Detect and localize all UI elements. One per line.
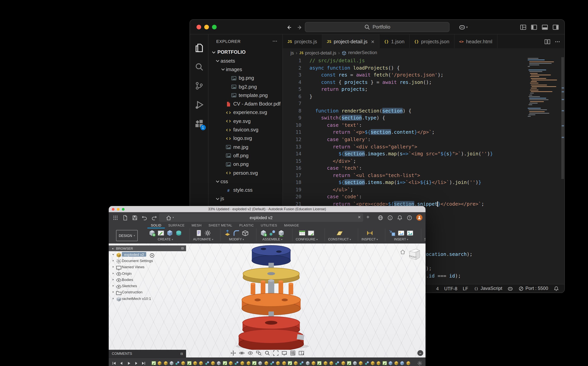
search-activity-button[interactable] bbox=[190, 57, 208, 76]
orbit-nav-icon[interactable] bbox=[239, 349, 244, 356]
caret-right-icon[interactable] bbox=[111, 259, 116, 262]
ribbon-tab-mesh[interactable]: MESH bbox=[188, 223, 205, 229]
primitive-tool-icon[interactable] bbox=[166, 229, 174, 237]
timeline-feature-sk[interactable] bbox=[347, 361, 352, 366]
timeline-feature-ext[interactable] bbox=[341, 361, 346, 366]
breadcrumb[interactable]: js›JSproject-detail.js›renderSection bbox=[283, 48, 564, 57]
timeline-feature-sk[interactable] bbox=[252, 361, 257, 366]
timeline-feature-ext[interactable] bbox=[199, 361, 204, 366]
search-nav-icon[interactable] bbox=[264, 349, 270, 356]
close-document-icon[interactable]: × bbox=[358, 214, 361, 220]
home-view-icon[interactable] bbox=[400, 249, 406, 255]
panel-bottom-icon[interactable] bbox=[541, 23, 548, 31]
editor-tab-1-json[interactable]: {}1.json bbox=[379, 34, 410, 48]
timeline-feature-comp[interactable] bbox=[258, 361, 263, 366]
status-item-4[interactable]: 4 bbox=[436, 286, 439, 291]
editor-tab-project-detail-js[interactable]: JSproject-detail.js× bbox=[322, 34, 379, 48]
explorer-item-eye-svg[interactable]: eye.svg bbox=[209, 117, 282, 125]
caret-right-icon[interactable] bbox=[111, 297, 116, 300]
rigid-tool-icon[interactable] bbox=[278, 229, 285, 237]
timeline-feature-ext[interactable] bbox=[211, 361, 215, 366]
timeline-feature-ext[interactable] bbox=[293, 361, 298, 366]
timeline-feature-sk[interactable] bbox=[187, 361, 192, 366]
group-label[interactable]: ASSEMBLE ▾ bbox=[262, 237, 282, 241]
ports-nav-icon[interactable]: ▾ bbox=[298, 349, 304, 356]
collapse-browser-icon[interactable] bbox=[111, 246, 115, 251]
timeline-feature-joint[interactable] bbox=[270, 361, 275, 366]
explorer-item-template-png[interactable]: template.png bbox=[209, 91, 282, 99]
timeline-feature-ext[interactable] bbox=[275, 361, 281, 366]
timeline-feature-ext[interactable] bbox=[394, 361, 399, 366]
activate-component-radio[interactable] bbox=[149, 252, 153, 256]
timeline-feature-comp[interactable] bbox=[353, 361, 357, 366]
redo-icon[interactable] bbox=[151, 214, 157, 221]
sketch-tool-icon[interactable] bbox=[157, 229, 165, 237]
explorer-item-experience-svg[interactable]: experience.svg bbox=[209, 108, 282, 117]
browser-item-origin[interactable]: Origin bbox=[109, 270, 186, 276]
timeline-feature-ext[interactable] bbox=[311, 361, 316, 366]
explorer-item-js[interactable]: js bbox=[209, 194, 282, 203]
group-label[interactable]: CONFIGURE ▾ bbox=[296, 237, 318, 241]
command-center-search[interactable]: Portfolio bbox=[305, 22, 449, 32]
play-button[interactable] bbox=[126, 360, 131, 366]
ribbon-tab-sheet-metal[interactable]: SHEET METAL bbox=[205, 223, 236, 229]
comments-panel[interactable]: COMMENTS ⊟ bbox=[109, 350, 186, 358]
bell-icon[interactable] bbox=[397, 214, 403, 221]
dock-icon[interactable]: ⊟ bbox=[181, 247, 184, 250]
eye-dark-icon[interactable] bbox=[116, 271, 120, 275]
group-label[interactable]: CONSTRUCT ▾ bbox=[328, 237, 351, 241]
timeline-feature-ext[interactable] bbox=[376, 361, 381, 366]
ribbon-tab-surface[interactable]: SURFACE bbox=[165, 223, 188, 229]
caret-right-icon[interactable] bbox=[111, 284, 116, 288]
copilot-menu[interactable]: ▾ bbox=[459, 23, 468, 31]
timeline-feature-ext[interactable] bbox=[240, 361, 245, 366]
editor-tab-projects-json[interactable]: {}projects.json bbox=[409, 34, 454, 48]
status-item-lf[interactable]: LF bbox=[463, 286, 468, 291]
timeline-feature-comp[interactable] bbox=[216, 361, 221, 366]
timeline-feature-joint[interactable] bbox=[204, 361, 210, 366]
explorer-activity-button[interactable] bbox=[190, 38, 208, 57]
plane-tool-icon[interactable] bbox=[336, 229, 344, 237]
workspace-selector[interactable]: DESIGN ▾ bbox=[116, 230, 138, 241]
timeline-feature-comp[interactable] bbox=[169, 361, 174, 366]
minimap[interactable] bbox=[528, 58, 561, 118]
timeline-feature-ext[interactable] bbox=[370, 361, 375, 366]
explorer-item-style-css[interactable]: #style.css bbox=[209, 186, 282, 194]
timeline-feature-ext[interactable] bbox=[406, 361, 411, 366]
step-fwd-button[interactable] bbox=[134, 360, 139, 366]
explorer-item-cv-adam-bodor-pdf[interactable]: CV - Adam Bodor.pdf bbox=[209, 99, 282, 108]
run-debug-activity-button[interactable] bbox=[190, 95, 208, 114]
breadcrumb-item-project-detail-js[interactable]: JSproject-detail.js bbox=[299, 50, 336, 55]
avatar[interactable] bbox=[416, 214, 423, 221]
maximize-window-button[interactable] bbox=[122, 208, 125, 210]
view-cube[interactable]: FRONT bbox=[400, 247, 423, 261]
breadcrumb-item-rendersection[interactable]: renderSection bbox=[342, 50, 377, 56]
exploded-model[interactable] bbox=[231, 244, 312, 350]
panel-right-icon[interactable] bbox=[552, 23, 559, 31]
explorer-item-off-png[interactable]: off.png bbox=[209, 151, 282, 160]
browser-item-bodies[interactable]: Bodies bbox=[109, 276, 186, 283]
fusion-titlebar[interactable]: 33% Updated - exploded v2 (Default) - Au… bbox=[109, 206, 425, 212]
ribbon-tab-utilities[interactable]: UTILITIES bbox=[257, 223, 281, 229]
timeline-feature-sk[interactable] bbox=[317, 361, 322, 366]
cube-gold-icon[interactable] bbox=[116, 252, 120, 257]
timeline-feature-comp[interactable] bbox=[305, 361, 310, 366]
timeline-feature-sk[interactable] bbox=[382, 361, 387, 366]
step-back-button[interactable] bbox=[119, 360, 124, 366]
explorer-item-favicon-svg[interactable]: favicon.svg bbox=[209, 125, 282, 134]
grid-ic-nav-icon[interactable]: ▾ bbox=[290, 349, 296, 356]
timeline-feature-ext[interactable] bbox=[264, 361, 269, 366]
timeline-feature-ext[interactable] bbox=[181, 361, 186, 366]
browser-item-exploded-v2[interactable]: exploded v2 bbox=[109, 251, 186, 258]
measure-tool-icon[interactable] bbox=[366, 229, 374, 237]
zoomwin-nav-icon[interactable] bbox=[256, 349, 261, 356]
new-comp-tool-icon[interactable] bbox=[260, 229, 267, 237]
joint-tool-icon[interactable] bbox=[269, 229, 276, 237]
assistant-button[interactable] bbox=[417, 350, 423, 356]
vscode-titlebar[interactable]: Portfolio ▾ bbox=[190, 20, 564, 34]
fit-nav-icon[interactable] bbox=[273, 349, 279, 356]
timeline-feature-joint[interactable] bbox=[299, 361, 304, 366]
form-tool-icon[interactable] bbox=[175, 229, 183, 237]
browser-item-document-settings[interactable]: Document Settings bbox=[109, 258, 186, 264]
file-icon[interactable] bbox=[122, 214, 128, 221]
